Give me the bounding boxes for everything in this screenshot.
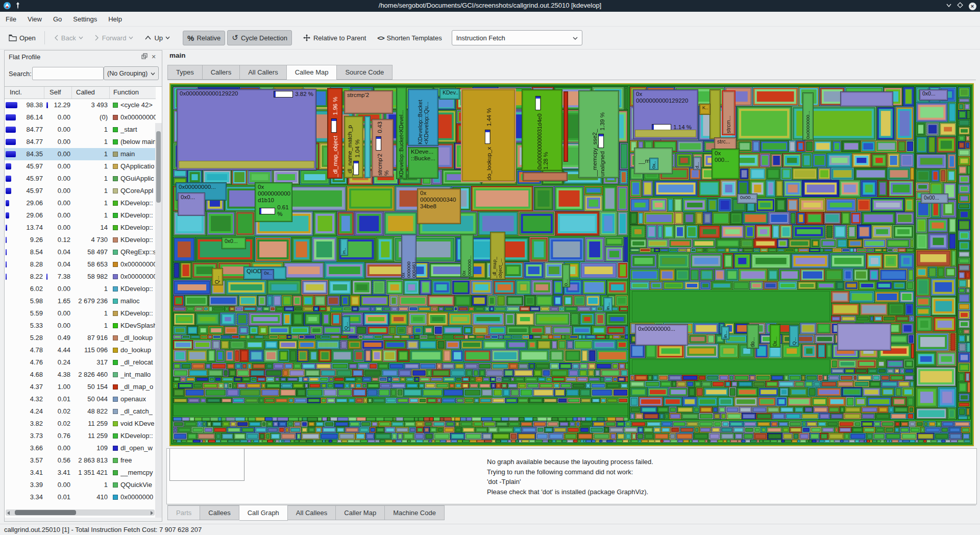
search-input[interactable] <box>32 67 104 80</box>
tab-caller-map[interactable]: Caller Map <box>336 505 385 520</box>
treemap-block[interactable]: in... <box>603 297 612 311</box>
treemap-block[interactable]: 0x 000000 000461... <box>401 234 416 279</box>
treemap-block[interactable]: 0x000000000031d4e0 1.28 % <box>522 89 562 171</box>
treemap-block[interactable] <box>364 116 371 178</box>
treemap-block[interactable]: 0x0... <box>178 192 205 216</box>
tab-callers[interactable]: Callers <box>203 65 240 80</box>
treemap-block[interactable]: 0x 000000... <box>460 234 474 277</box>
table-row[interactable]: 3.570.562 863 813free <box>5 454 156 467</box>
table-row[interactable]: 4.240.0248 822_dl_catch_ <box>5 405 156 418</box>
treemap-block[interactable]: _dl_map_object 1.96 % <box>327 88 342 179</box>
table-row[interactable]: 29.060.001KDevelop:: <box>5 197 156 209</box>
treemap-block[interactable] <box>837 323 891 351</box>
table-row[interactable]: 4.760.24317_dl_relocat <box>5 356 156 369</box>
menu-item-settings[interactable]: Settings <box>67 13 103 25</box>
table-row[interactable]: 3.340.014100x0000000 <box>5 491 156 503</box>
relative-to-parent-toggle[interactable]: Relative to Parent <box>298 31 371 45</box>
tab-all-callees[interactable]: All Callees <box>288 505 336 520</box>
vertical-scrollbar[interactable] <box>155 123 162 518</box>
treemap-block[interactable]: 0x00... <box>737 193 757 204</box>
close-button[interactable]: × <box>968 2 977 10</box>
event-type-select[interactable]: Instruction Fetch <box>452 30 582 45</box>
close-icon[interactable]: ✕ <box>150 53 158 61</box>
scroll-thumb[interactable] <box>15 510 76 515</box>
column-header-function[interactable]: Function <box>110 87 156 99</box>
menu-item-file[interactable]: File <box>0 13 22 25</box>
menu-item-view[interactable]: View <box>22 13 47 25</box>
cycle-detection-toggle[interactable]: ↺ Cycle Detection <box>227 30 292 45</box>
treemap-block[interactable]: in... <box>721 326 729 339</box>
treemap-block[interactable]: 0x... <box>261 269 274 280</box>
treemap-block[interactable]: Q... <box>789 325 799 347</box>
table-row[interactable]: 3.660.00109dl_open_w <box>5 442 156 454</box>
column-header-incl[interactable]: Incl. <box>5 87 44 99</box>
tab-types[interactable]: Types <box>167 65 203 80</box>
treemap-block[interactable]: 0x 000... <box>712 149 740 179</box>
dock-header[interactable]: Flat Profile ✕ <box>5 51 162 64</box>
treemap-block[interactable]: 0x 00000000340 34be8 <box>417 188 461 224</box>
treemap-block[interactable]: 0x 00000000002 d1b100.61 % <box>255 182 292 222</box>
table-row[interactable]: 45.970.001QApplicatio <box>5 160 156 173</box>
table-row[interactable]: 5.590.001KDevelop:: <box>5 307 156 320</box>
treemap-block[interactable]: 0x0... <box>222 237 246 249</box>
treemap-block[interactable] <box>840 91 893 107</box>
menu-item-help[interactable]: Help <box>103 13 128 25</box>
table-row[interactable]: 4.320.0150 044openaux <box>5 393 156 405</box>
float-icon[interactable] <box>140 53 149 61</box>
maximize-button[interactable] <box>955 2 965 10</box>
treemap-block[interactable]: _dl_name_match_p 1.04 % <box>344 116 363 178</box>
treemap-block[interactable]: KDev... <box>439 88 460 100</box>
tab-all-callers[interactable]: All Callers <box>240 65 287 80</box>
table-row[interactable]: 3.730.7611 259KDevelop:: <box>5 430 156 442</box>
shorten-templates-toggle[interactable]: <> Shorten Templates <box>373 31 446 45</box>
tab-source-code[interactable]: Source Code <box>337 65 393 80</box>
treemap-block[interactable]: 0x00000000001292203.82 % <box>177 89 316 171</box>
table-row[interactable]: 5.280.4987 916_dl_lookup <box>5 332 156 344</box>
treemap-block[interactable]: strcmp'2 0.43 % <box>372 119 394 177</box>
table-row[interactable]: 86.140.00(0)0x00000000 <box>5 111 156 124</box>
table-row[interactable]: 3.820.0211 259void KDeve <box>5 418 156 430</box>
tab-machine-code[interactable]: Machine Code <box>385 505 445 520</box>
table-row[interactable]: 84.770.001_start <box>5 124 156 136</box>
treemap-block[interactable]: KDevelop::Bucket <KDevelop::Qu... <box>408 89 438 146</box>
tab-callee-map[interactable]: Callee Map <box>287 65 337 80</box>
table-row[interactable]: 13.740.0014KDevelop:: <box>5 222 156 234</box>
treemap-block[interactable]: K... <box>699 104 710 115</box>
table-row[interactable]: 84.350.001main <box>5 148 156 160</box>
table-row[interactable]: 45.970.001QGuiApplic <box>5 173 156 185</box>
title-bar[interactable]: /home/sergobot/Documents/GCI/screenshots… <box>0 0 980 12</box>
grouping-select[interactable]: (No Grouping) <box>104 66 159 80</box>
tab-call-graph[interactable]: Call Graph <box>239 505 288 521</box>
table-row[interactable]: 8.540.0458 497QRegExp::s <box>5 246 156 258</box>
table-row[interactable]: 8.280.0458 6530x00000000 <box>5 258 156 271</box>
treemap-block[interactable]: strcmp'2 <box>344 90 393 114</box>
treemap-block[interactable]: KDeve... ::Bucke... <box>408 147 438 179</box>
treemap-block[interactable]: 0x0000000... <box>802 92 814 140</box>
treemap-block[interactable]: in.. <box>340 238 348 256</box>
treemap-block[interactable]: do_lookup_x 1.44 % <box>461 88 516 182</box>
scroll-thumb[interactable] <box>156 131 161 203</box>
scroll-right-arrow[interactable] <box>151 511 153 515</box>
treemap-block[interactable] <box>564 91 568 162</box>
treemap-block[interactable]: 0x0... <box>919 89 948 101</box>
graph-overview-box[interactable] <box>169 449 244 481</box>
treemap-block[interactable]: do... <box>747 324 759 349</box>
tab-callees[interactable]: Callees <box>200 505 239 520</box>
table-row[interactable]: 6.020.001KDevelop:: <box>5 283 156 295</box>
relative-toggle[interactable]: % Relative <box>183 31 225 45</box>
treemap-block[interactable]: __memcpy_sse2_ unaligned 1.39 % <box>578 90 619 178</box>
treemap-block[interactable]: Q... <box>342 316 350 331</box>
back-button[interactable]: Back <box>49 31 88 45</box>
scroll-left-arrow[interactable] <box>7 511 10 515</box>
column-header-self[interactable]: Self <box>44 87 72 99</box>
treemap-block[interactable]: KDevelop::Bucket<KDevel... <box>396 87 407 179</box>
treemap-block[interactable]: 0x00000000... <box>635 324 688 346</box>
treemap-block[interactable]: strcm... <box>722 90 736 135</box>
treemap-block[interactable] <box>709 89 721 139</box>
treemap-block[interactable]: 0x 00000000001292201.14 % <box>633 89 698 139</box>
table-row[interactable]: 3.390.001QQuickVie <box>5 479 156 491</box>
table-row[interactable]: 98.3812.293 493<cycle 42> <box>5 99 156 111</box>
table-row[interactable]: 9.260.124 730KDevelop:: <box>5 234 156 246</box>
treemap-block[interactable]: 0x.. <box>649 158 658 170</box>
column-header-called[interactable]: Called <box>72 87 110 99</box>
